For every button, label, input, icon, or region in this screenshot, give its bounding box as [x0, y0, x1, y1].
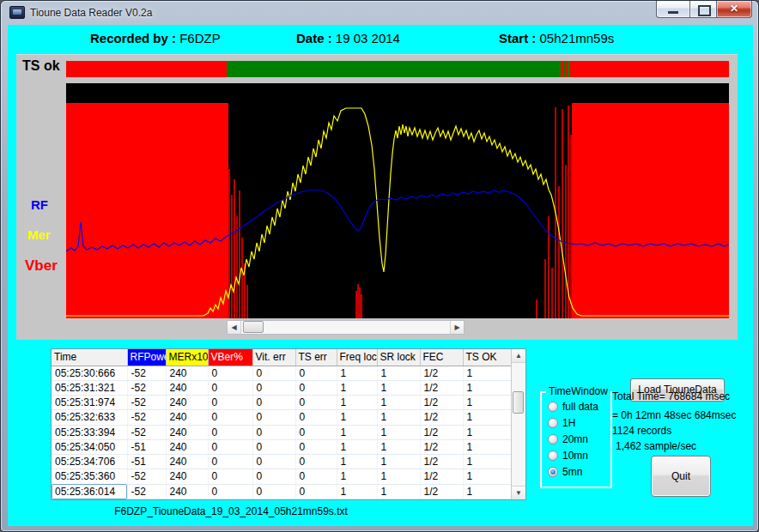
table-cell[interactable]: 1/2	[420, 455, 463, 469]
column-header-merx10[interactable]: MERx10	[166, 349, 208, 366]
table-cell[interactable]: 240	[166, 469, 208, 484]
scroll-up-arrow-icon[interactable]: ▲	[512, 349, 525, 363]
table-cell[interactable]: 1	[377, 366, 420, 380]
table-row[interactable]: 05:25:31:321-52240000111/21	[52, 380, 511, 395]
table-cell[interactable]: 0	[252, 469, 295, 484]
table-cell[interactable]: 0	[295, 455, 337, 469]
table-cell[interactable]: 0	[295, 366, 337, 380]
table-vertical-scrollbar[interactable]: ▲ ▼	[511, 349, 525, 499]
table-cell[interactable]: 1/2	[420, 469, 463, 484]
radio-button-icon[interactable]	[548, 434, 558, 444]
table-cell[interactable]: 1	[377, 484, 420, 499]
table-cell[interactable]: 1	[377, 410, 420, 425]
radio-button-icon[interactable]	[548, 418, 558, 428]
table-cell[interactable]: 1/2	[420, 484, 463, 499]
table-cell[interactable]: 0	[295, 380, 337, 395]
table-cell[interactable]: 0	[208, 455, 252, 469]
table-cell[interactable]: 1	[337, 396, 377, 410]
table-cell[interactable]: 1	[377, 396, 420, 410]
table-cell[interactable]: 1	[463, 380, 511, 395]
maximize-button[interactable]	[690, 1, 716, 18]
table-cell[interactable]: 05:25:35:360	[52, 469, 127, 484]
table-cell[interactable]: 240	[166, 455, 208, 469]
vscroll-track[interactable]	[512, 363, 525, 486]
table-cell[interactable]: 05:25:31:321	[52, 380, 127, 395]
minimize-button[interactable]	[656, 1, 690, 18]
radio-button-icon[interactable]	[548, 450, 558, 461]
table-cell[interactable]: 1	[463, 484, 511, 499]
table-cell[interactable]: 1	[377, 455, 420, 469]
table-cell[interactable]: 05:25:30:666	[52, 366, 127, 380]
table-cell[interactable]: -51	[127, 455, 166, 469]
table-cell[interactable]: 0	[252, 380, 295, 395]
table-cell[interactable]: 0	[252, 439, 295, 454]
table-cell[interactable]: -52	[127, 410, 166, 425]
table-cell[interactable]: 1	[337, 366, 377, 380]
table-row[interactable]: 05:25:32:633-52240000111/21	[52, 410, 511, 425]
column-header-ts-ok[interactable]: TS OK	[463, 349, 511, 366]
scroll-left-arrow-icon[interactable]: ◀	[228, 321, 241, 334]
table-cell[interactable]: -52	[127, 396, 166, 410]
table-cell[interactable]: 0	[295, 410, 337, 425]
table-cell[interactable]: 0	[252, 396, 295, 410]
table-cell[interactable]: 240	[166, 380, 208, 395]
table-cell[interactable]: 1	[337, 455, 377, 469]
table-cell[interactable]: 1	[463, 439, 511, 454]
column-header-rfpower[interactable]: RFPower	[127, 349, 166, 366]
hscroll-thumb[interactable]	[243, 321, 264, 333]
table-cell[interactable]: 0	[295, 484, 337, 499]
table-cell[interactable]: 1	[337, 410, 377, 425]
table-cell[interactable]: 0	[295, 396, 337, 410]
table-row[interactable]: 05:25:35:360-52240000111/21	[52, 469, 511, 484]
column-header-fec[interactable]: FEC	[420, 349, 463, 366]
table-cell[interactable]: 240	[166, 439, 208, 454]
table-row[interactable]: 05:25:34:050-51240000111/21	[52, 439, 511, 454]
table-cell[interactable]: 1	[337, 439, 377, 454]
table-cell[interactable]: 0	[208, 484, 252, 499]
table-cell[interactable]: 05:25:33:394	[52, 425, 127, 439]
table-cell[interactable]: 240	[166, 484, 208, 499]
hscroll-track[interactable]	[241, 321, 450, 334]
table-cell[interactable]: 0	[295, 425, 337, 439]
table-cell[interactable]: -52	[127, 484, 166, 499]
vscroll-thumb[interactable]	[513, 391, 524, 414]
table-cell[interactable]: 1	[337, 425, 377, 439]
radio-option-5mn[interactable]: 5mn	[548, 466, 610, 478]
table-cell[interactable]: 0	[252, 455, 295, 469]
table-cell[interactable]: 1	[463, 396, 511, 410]
column-header-vit-err[interactable]: Vit. err	[252, 349, 295, 366]
table-cell[interactable]: 0	[252, 484, 295, 499]
table-cell[interactable]: 1	[377, 439, 420, 454]
table-cell[interactable]: 240	[166, 366, 208, 380]
table-cell[interactable]: 1	[463, 455, 511, 469]
table-cell[interactable]: 1/2	[420, 410, 463, 425]
table-cell[interactable]: 0	[208, 410, 252, 425]
table-cell[interactable]: 0	[208, 439, 252, 454]
radio-option-20mn[interactable]: 20mn	[548, 433, 610, 445]
table-cell[interactable]: -52	[127, 366, 166, 380]
table-cell[interactable]: 0	[208, 469, 252, 484]
table-row[interactable]: 05:25:30:666-52240000111/21	[52, 366, 511, 380]
table-cell[interactable]: 1/2	[420, 439, 463, 454]
table-row[interactable]: 05:25:33:394-52240000111/21	[52, 425, 511, 439]
table-cell[interactable]: 1	[337, 469, 377, 484]
scroll-down-arrow-icon[interactable]: ▼	[512, 486, 525, 499]
table-cell[interactable]: -52	[127, 380, 166, 395]
scroll-right-arrow-icon[interactable]: ▶	[450, 321, 464, 334]
radio-option-1h[interactable]: 1H	[548, 417, 610, 429]
table-cell[interactable]: 05:25:34:706	[52, 455, 127, 469]
table-row[interactable]: 05:25:31:974-52240000111/21	[52, 396, 511, 410]
table-row[interactable]: 05:25:36:014-52240000111/21	[52, 484, 511, 499]
table-cell[interactable]: -51	[127, 439, 166, 454]
table-cell[interactable]: 05:25:32:633	[52, 410, 127, 425]
table-row[interactable]: 05:25:34:706-51240000111/21	[52, 455, 511, 469]
table-cell[interactable]: -52	[127, 469, 166, 484]
quit-button[interactable]: Quit	[651, 456, 711, 497]
table-cell[interactable]: 05:25:31:974	[52, 396, 127, 410]
table-cell[interactable]: 1	[463, 425, 511, 439]
table-cell[interactable]: 0	[208, 396, 252, 410]
table-cell[interactable]: 0	[252, 410, 295, 425]
table-cell[interactable]: 0	[295, 439, 337, 454]
table-cell[interactable]: 1	[463, 366, 511, 380]
table-cell[interactable]: 1	[377, 469, 420, 484]
